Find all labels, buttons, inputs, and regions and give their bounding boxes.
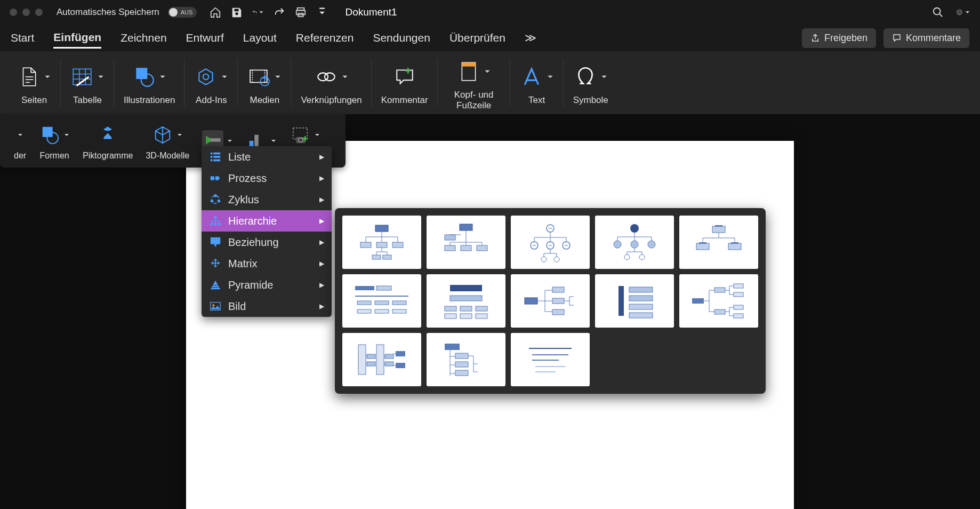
svg-rect-51	[445, 245, 455, 251]
hierarchy-layout-5[interactable]	[679, 216, 758, 269]
svg-point-6	[959, 12, 959, 12]
redo-icon[interactable]	[274, 6, 285, 18]
svg-rect-72	[355, 286, 374, 290]
subitem-bilder[interactable]: der	[7, 118, 33, 164]
svg-rect-93	[618, 286, 624, 316]
hierarchy-layout-6[interactable]	[342, 274, 421, 328]
menu-item-zyklus[interactable]: Zyklus ▶	[202, 189, 332, 210]
svg-rect-104	[734, 314, 743, 318]
close-window-button[interactable]	[10, 9, 17, 16]
menu-item-matrix[interactable]: Matrix ▶	[202, 253, 332, 274]
hierarchy-layout-9[interactable]	[595, 274, 674, 328]
group-verknuepfungen[interactable]: Verknüpfungen	[291, 51, 371, 114]
svg-rect-46	[392, 242, 403, 248]
svg-rect-67	[696, 243, 709, 250]
table-icon	[70, 65, 94, 89]
menu-item-matrix-label: Matrix	[228, 258, 257, 270]
subitem-formen-label: Formen	[40, 151, 69, 161]
home-icon[interactable]	[210, 6, 221, 18]
print-icon[interactable]	[295, 6, 307, 18]
share-button[interactable]: Freigeben	[802, 28, 876, 48]
group-symbole[interactable]: Symbole	[564, 51, 618, 114]
hierarchy-layout-13[interactable]	[511, 333, 590, 386]
hierarchy-layout-10[interactable]	[679, 274, 758, 328]
links-icon	[315, 65, 338, 89]
group-addins[interactable]: Add-Ins	[184, 51, 238, 114]
group-seiten[interactable]: Seiten	[7, 51, 61, 114]
group-illustrationen[interactable]: Illustrationen	[114, 51, 184, 114]
svg-rect-107	[367, 354, 375, 359]
save-icon[interactable]	[231, 6, 243, 18]
maximize-window-button[interactable]	[35, 9, 43, 16]
tab-more[interactable]: ≫	[525, 28, 536, 47]
hierarchy-layout-7[interactable]	[427, 274, 505, 328]
svg-rect-112	[396, 363, 405, 368]
submenu-arrow-icon: ▶	[319, 196, 324, 203]
hierarchy-layout-1[interactable]	[342, 216, 421, 269]
group-kopffuss[interactable]: Kopf- und Fußzeile	[438, 51, 510, 114]
hierarchy-layout-3[interactable]	[511, 216, 590, 269]
subitem-formen[interactable]: Formen	[33, 118, 76, 164]
svg-rect-66	[712, 226, 725, 233]
svg-rect-81	[450, 285, 482, 291]
svg-rect-30	[213, 156, 220, 158]
subitem-3d-modelle[interactable]: 3D-Modelle	[139, 118, 196, 164]
group-text[interactable]: Text	[510, 51, 564, 114]
group-tabelle[interactable]: Tabelle	[61, 51, 114, 114]
menu-item-pyramide[interactable]: Pyramide ▶	[202, 274, 332, 296]
tab-referenzen[interactable]: Referenzen	[296, 28, 354, 47]
screenshot-icon	[290, 124, 311, 146]
window-controls	[10, 9, 43, 16]
hierarchy-layout-11[interactable]	[342, 333, 421, 386]
group-text-label: Text	[528, 95, 545, 106]
svg-rect-48	[383, 255, 391, 259]
hierarchy-layout-4[interactable]	[595, 216, 674, 269]
hierarchy-layout-8[interactable]	[511, 274, 590, 328]
undo-icon[interactable]	[252, 6, 264, 18]
svg-point-61	[614, 241, 621, 248]
menu-item-prozess[interactable]: Prozess ▶	[202, 168, 332, 189]
hierarchy-layout-2[interactable]	[427, 216, 505, 269]
svg-rect-53	[477, 245, 487, 251]
menu-item-bild[interactable]: Bild ▶	[202, 296, 332, 317]
comments-button-label: Kommentare	[906, 33, 961, 44]
tab-zeichnen[interactable]: Zeichnen	[121, 28, 166, 47]
svg-rect-45	[376, 242, 387, 248]
svg-point-62	[631, 241, 638, 248]
pages-icon	[17, 65, 41, 89]
group-medien-label: Medien	[250, 95, 280, 106]
search-icon[interactable]	[931, 5, 945, 19]
comments-button[interactable]: Kommentare	[883, 28, 969, 48]
svg-rect-76	[375, 301, 389, 305]
tab-ueberpruefen[interactable]: Überprüfen	[449, 28, 505, 47]
svg-rect-121	[535, 371, 556, 372]
svg-point-5	[957, 10, 962, 14]
menu-item-bild-label: Bild	[228, 300, 246, 313]
group-medien[interactable]: Medien	[238, 51, 291, 114]
menu-item-hierarchie[interactable]: Hierarchie ▶	[202, 210, 332, 232]
menu-item-liste[interactable]: Liste ▶	[202, 146, 332, 168]
tab-entwurf[interactable]: Entwurf	[186, 28, 224, 47]
svg-point-35	[211, 200, 213, 202]
header-footer-icon	[457, 60, 480, 83]
tab-sendungen[interactable]: Sendungen	[373, 28, 430, 47]
subitem-piktogramme[interactable]: Piktogramme	[76, 118, 139, 164]
tab-layout[interactable]: Layout	[243, 28, 277, 47]
autosave-knob	[169, 8, 178, 17]
tab-start[interactable]: Start	[11, 28, 34, 47]
autosave-toggle[interactable]: AUS	[168, 7, 197, 18]
svg-rect-117	[529, 348, 572, 349]
tab-einfuegen[interactable]: Einfügen	[53, 28, 101, 49]
submenu-arrow-icon: ▶	[319, 217, 324, 225]
subitem-3d-label: 3D-Modelle	[146, 151, 189, 161]
svg-rect-109	[385, 354, 393, 359]
minimize-window-button[interactable]	[22, 9, 30, 16]
media-icon	[247, 65, 271, 89]
quick-access-toolbar	[210, 6, 328, 18]
hierarchy-layout-12[interactable]	[427, 333, 505, 386]
group-kommentar[interactable]: Kommentar	[372, 51, 438, 114]
menu-item-beziehung[interactable]: Beziehung ▶	[202, 232, 332, 253]
svg-point-42	[213, 304, 215, 306]
account-icon[interactable]	[957, 5, 970, 19]
customize-qat-icon[interactable]	[316, 6, 328, 18]
